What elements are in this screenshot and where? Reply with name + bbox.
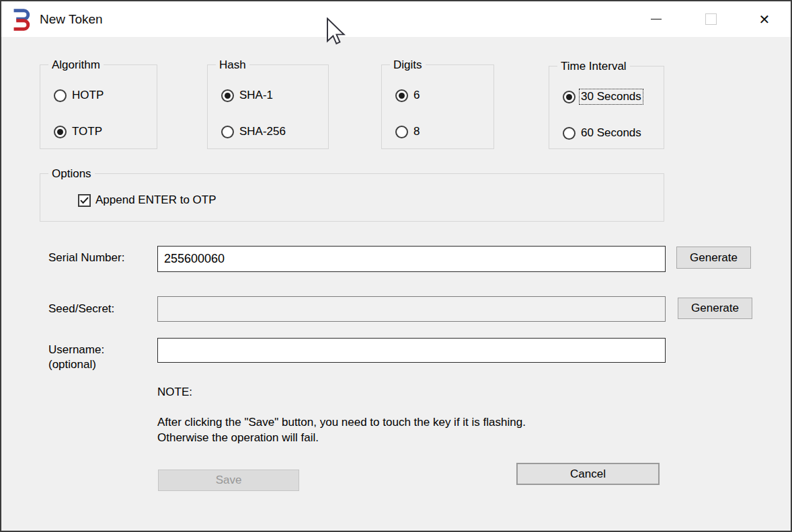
radio-option-60-seconds[interactable]: 60 Seconds xyxy=(563,126,643,140)
hash-group: Hash SHA-1 SHA-256 xyxy=(207,64,329,149)
username-optional-label: (optional) xyxy=(48,358,96,371)
seed-secret-label: Seed/Secret: xyxy=(48,302,114,316)
maximize-button[interactable] xyxy=(695,1,726,37)
radio-label-60-seconds[interactable]: 60 Seconds xyxy=(580,126,643,140)
append-enter-option[interactable]: Append ENTER to OTP xyxy=(78,193,216,208)
close-button[interactable]: ✕ xyxy=(749,1,780,37)
radio-icon-30-seconds[interactable] xyxy=(563,91,576,103)
digits-group: Digits 6 8 xyxy=(381,64,494,149)
radio-label-sha1[interactable]: SHA-1 xyxy=(238,88,274,103)
radio-label-sha256[interactable]: SHA-256 xyxy=(238,124,287,139)
radio-label-totp[interactable]: TOTP xyxy=(71,124,104,139)
radio-icon-sha256[interactable] xyxy=(221,126,234,138)
radio-icon-8-digits[interactable] xyxy=(395,126,408,138)
radio-icon-60-seconds[interactable] xyxy=(563,127,576,140)
checkmark-icon xyxy=(80,197,89,204)
append-enter-checkbox[interactable] xyxy=(78,194,91,207)
save-button[interactable]: Save xyxy=(158,470,299,491)
radio-option-sha1[interactable]: SHA-1 xyxy=(221,88,274,103)
radio-icon-totp[interactable] xyxy=(54,126,67,138)
radio-icon-sha1[interactable] xyxy=(221,89,234,102)
algorithm-group: Algorithm HOTP TOTP xyxy=(40,64,157,149)
cancel-button[interactable]: Cancel xyxy=(516,463,660,485)
radio-icon-6-digits[interactable] xyxy=(395,89,408,102)
title-bar[interactable]: New Token ✕ xyxy=(1,1,791,37)
time-interval-group-label: Time Interval xyxy=(557,60,630,73)
minimize-icon xyxy=(651,19,662,19)
radio-label-hotp[interactable]: HOTP xyxy=(71,88,105,103)
radio-option-6-digits[interactable]: 6 xyxy=(395,88,421,103)
close-icon: ✕ xyxy=(759,13,770,26)
radio-label-30-seconds[interactable]: 30 Seconds xyxy=(580,89,643,104)
username-input[interactable] xyxy=(157,338,666,363)
maximize-icon xyxy=(705,13,717,25)
append-enter-label[interactable]: Append ENTER to OTP xyxy=(95,193,216,207)
note-text-line2: Otherwise the operation will fail. xyxy=(157,431,319,445)
radio-option-30-seconds[interactable]: 30 Seconds xyxy=(563,89,643,104)
radio-option-totp[interactable]: TOTP xyxy=(54,124,104,139)
options-group: Options Append ENTER to OTP xyxy=(40,173,664,222)
time-interval-group: Time Interval 30 Seconds 60 Seconds xyxy=(549,66,664,149)
minimize-button[interactable] xyxy=(641,1,672,37)
window-title: New Token xyxy=(40,12,103,27)
digits-group-label: Digits xyxy=(390,58,426,72)
seed-secret-input xyxy=(157,296,666,322)
seed-generate-button[interactable]: Generate xyxy=(678,298,752,319)
username-label: Username: xyxy=(48,343,104,357)
radio-label-8-digits[interactable]: 8 xyxy=(412,124,421,139)
note-heading: NOTE: xyxy=(157,386,192,399)
radio-label-6-digits[interactable]: 6 xyxy=(412,88,421,103)
hash-group-label: Hash xyxy=(216,58,249,72)
radio-icon-hotp[interactable] xyxy=(54,89,67,102)
radio-option-hotp[interactable]: HOTP xyxy=(54,88,105,103)
radio-option-8-digits[interactable]: 8 xyxy=(395,124,421,139)
algorithm-group-label: Algorithm xyxy=(48,58,104,72)
note-text-line1: After clicking the "Save" button, you ne… xyxy=(157,416,526,429)
new-token-dialog: New Token ✕ Algorithm HOTP TOTP Hash xyxy=(0,0,792,532)
serial-generate-button[interactable]: Generate xyxy=(676,247,751,269)
options-group-label: Options xyxy=(48,167,95,181)
serial-number-input[interactable] xyxy=(157,246,666,272)
radio-option-sha256[interactable]: SHA-256 xyxy=(221,124,287,139)
serial-number-label: Serial Number: xyxy=(48,251,124,265)
app-logo-icon xyxy=(11,7,32,35)
